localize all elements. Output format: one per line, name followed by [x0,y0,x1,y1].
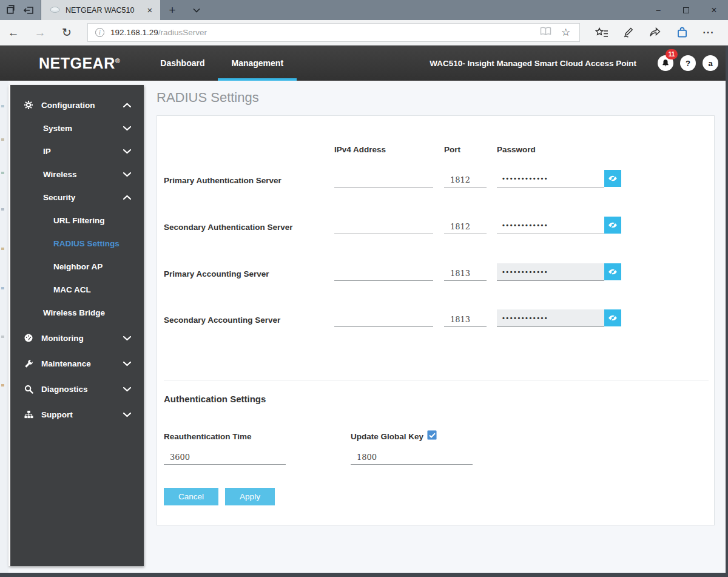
eye-slash-icon [608,313,618,323]
reading-view-icon[interactable] [536,27,556,38]
sidebar-item-label: Wireless Bridge [43,308,105,317]
sidebar-item-diagnostics[interactable]: Diagnostics [10,377,144,400]
sidebar-item-wireless-bridge[interactable]: Wireless Bridge [10,301,144,324]
notifications-button[interactable]: 11 [658,55,673,71]
sidebar-item-neighbor-ap[interactable]: Neighbor AP [10,255,144,278]
tab-close-icon[interactable]: × [144,5,155,15]
back-button[interactable]: ← [0,26,27,39]
sidebar-item-url-filtering[interactable]: URL Filtering [10,209,144,232]
table-row: Secondary Authentication Server [157,216,715,234]
ipv4-input[interactable] [334,266,433,281]
forward-button[interactable]: → [27,26,53,39]
url-path: /radiusServer [158,28,207,37]
port-input[interactable] [444,312,487,327]
show-password-button[interactable] [604,263,621,280]
password-input[interactable] [497,263,604,281]
url-host: 192.168.1.29 [110,28,158,37]
table-row: Primary Accounting Server [157,263,715,281]
nav-management[interactable]: Management [218,46,297,81]
help-button[interactable]: ? [680,55,696,71]
sidebar-item-system[interactable]: System [10,116,144,140]
ipv4-input[interactable] [334,220,433,234]
update-global-key-input[interactable] [351,450,473,465]
reauthentication-time-input[interactable] [164,450,286,465]
sidebar-item-maintenance[interactable]: Maintenance [10,352,144,375]
table-row: Primary Authentication Server [157,169,715,187]
gauge-icon [24,333,33,343]
web-note-pen-icon[interactable] [615,27,642,38]
password-input[interactable] [497,309,604,327]
apply-button[interactable]: Apply [225,488,275,505]
sidebar-item-label: Security [43,193,75,202]
chevron-up-icon [123,101,131,110]
maximize-button[interactable] [672,0,700,20]
close-window-button[interactable]: × [700,0,728,20]
update-global-key-label: Update Global Key [351,432,423,441]
port-input[interactable] [444,173,487,187]
check-icon [429,433,436,438]
sidebar-item-monitoring[interactable]: Monitoring [10,326,144,349]
column-header-password: Password [497,145,536,154]
sidebar-item-label: URL Filtering [53,216,105,225]
favorites-hub-icon[interactable] [588,27,615,38]
row-label: Primary Accounting Server [164,269,269,278]
show-password-button[interactable] [604,217,621,234]
row-label: Primary Authentication Server [164,176,281,185]
new-tab-button[interactable]: + [160,0,184,20]
show-password-button[interactable] [604,170,621,187]
chevron-down-icon [123,147,131,156]
chevron-down-icon [123,359,131,368]
avatar[interactable]: a [703,55,718,71]
browser-tab-bar: NETGEAR WAC510 × + – × [0,0,728,20]
port-input[interactable] [444,266,487,281]
sitemap-icon [24,410,33,419]
section-divider [164,380,709,380]
update-global-key-checkbox[interactable] [427,430,437,440]
netgear-logo: NETGEAR® [39,55,120,72]
sidebar-item-label: IP [43,147,51,156]
eye-slash-icon [608,267,618,277]
browser-tab[interactable]: NETGEAR WAC510 × [41,0,160,20]
share-icon[interactable] [642,27,669,38]
site-info-icon[interactable]: i [95,28,104,37]
chevron-down-icon [123,334,131,343]
row-label: Secondary Authentication Server [164,223,293,232]
chevron-down-icon [123,410,131,419]
sidebar-item-label: Monitoring [41,334,84,343]
ipv4-input[interactable] [334,312,433,327]
sidebar-item-support[interactable]: Support [10,403,144,426]
ipv4-input[interactable] [334,173,433,187]
chevron-down-icon [123,124,131,133]
shopping-bag-icon[interactable] [669,27,695,38]
sidebar-item-radius-settings[interactable]: RADIUS Settings [10,232,144,255]
url-text[interactable]: 192.168.1.29/radiusServer [110,28,536,37]
sidebar-item-configuration[interactable]: Configuration [10,93,144,116]
tab-preview-icon[interactable] [5,4,18,17]
nav-dashboard[interactable]: Dashboard [147,46,218,81]
browser-toolbar: ← → ↻ i 192.168.1.29/radiusServer ☆ ·· [0,20,728,46]
sidebar-item-wireless[interactable]: Wireless [10,163,144,186]
address-bar[interactable]: i 192.168.1.29/radiusServer ☆ [87,23,580,42]
show-password-button[interactable] [604,309,621,326]
more-options-icon[interactable]: ··· [695,27,722,38]
cancel-button[interactable]: Cancel [164,488,218,505]
port-input[interactable] [444,220,487,234]
sidebar-item-label: Configuration [41,101,95,110]
refresh-button[interactable]: ↻ [53,25,80,39]
bell-icon [661,59,670,67]
sidebar-item-security[interactable]: Security [10,186,144,209]
app-header: NETGEAR® Dashboard Management WAC510- In… [0,46,728,81]
eye-slash-icon [608,174,618,183]
minimize-button[interactable]: – [644,0,672,20]
sidebar-item-ip[interactable]: IP [10,140,144,163]
sidebar-item-mac-acl[interactable]: MAC ACL [10,278,144,301]
add-favorite-star-icon[interactable]: ☆ [556,26,576,39]
password-input[interactable] [497,217,604,234]
sidebar-item-label: Support [41,410,73,419]
set-tabs-aside-icon[interactable] [22,4,36,17]
chevron-down-icon [123,170,131,179]
tab-tools [0,0,41,20]
tab-list-dropdown-icon[interactable] [184,0,209,20]
password-input[interactable] [497,170,604,187]
eye-slash-icon [608,220,618,230]
